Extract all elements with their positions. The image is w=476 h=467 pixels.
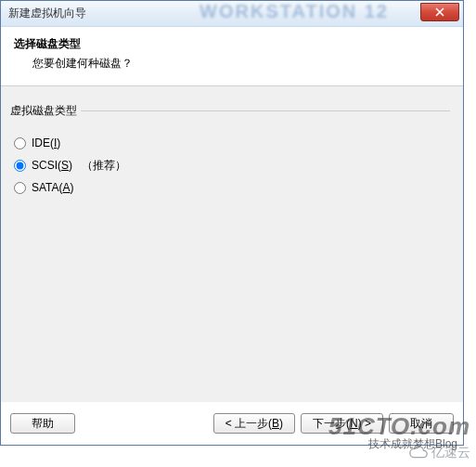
radio-scsi-input[interactable]: [14, 160, 26, 172]
radio-sata-label: SATA(A): [32, 181, 74, 194]
radio-scsi-recommended: （推荐）: [82, 158, 126, 174]
radio-ide-label: IDE(I): [32, 136, 60, 149]
back-button[interactable]: < 上一步(B): [213, 413, 295, 434]
workstation-bg-text: WORKSTATION 12: [199, 1, 389, 22]
close-button[interactable]: [420, 3, 459, 21]
radio-scsi-label: SCSI(S): [32, 159, 72, 172]
cloud-icon: [408, 446, 429, 461]
disk-type-group: 虚拟磁盘类型 IDE(I) SCSI(S) （推荐）: [14, 103, 450, 199]
watermark-yisuyun: 亿速云: [408, 445, 470, 461]
radio-sata[interactable]: SATA(A): [14, 176, 450, 199]
radio-ide[interactable]: IDE(I): [14, 132, 450, 154]
title-bar: WORKSTATION 12 新建虚拟机向导: [1, 1, 463, 27]
page-subtitle: 您要创建何种磁盘？: [32, 56, 450, 71]
radio-group: IDE(I) SCSI(S) （推荐） SATA(A): [14, 132, 450, 199]
wizard-window: WORKSTATION 12 新建虚拟机向导 选择磁盘类型 您要创建何种磁盘？ …: [0, 0, 464, 446]
radio-scsi[interactable]: SCSI(S) （推荐）: [14, 154, 450, 176]
close-icon: [435, 7, 444, 17]
content-area: 虚拟磁盘类型 IDE(I) SCSI(S) （推荐）: [1, 86, 463, 402]
radio-sata-input[interactable]: [14, 182, 26, 194]
page-title: 选择磁盘类型: [14, 36, 450, 52]
radio-ide-input[interactable]: [14, 137, 26, 149]
help-button[interactable]: 帮助: [10, 413, 75, 434]
wizard-header: 选择磁盘类型 您要创建何种磁盘？: [1, 27, 463, 86]
group-legend: 虚拟磁盘类型: [10, 103, 81, 119]
window-title: 新建虚拟机向导: [8, 6, 86, 21]
